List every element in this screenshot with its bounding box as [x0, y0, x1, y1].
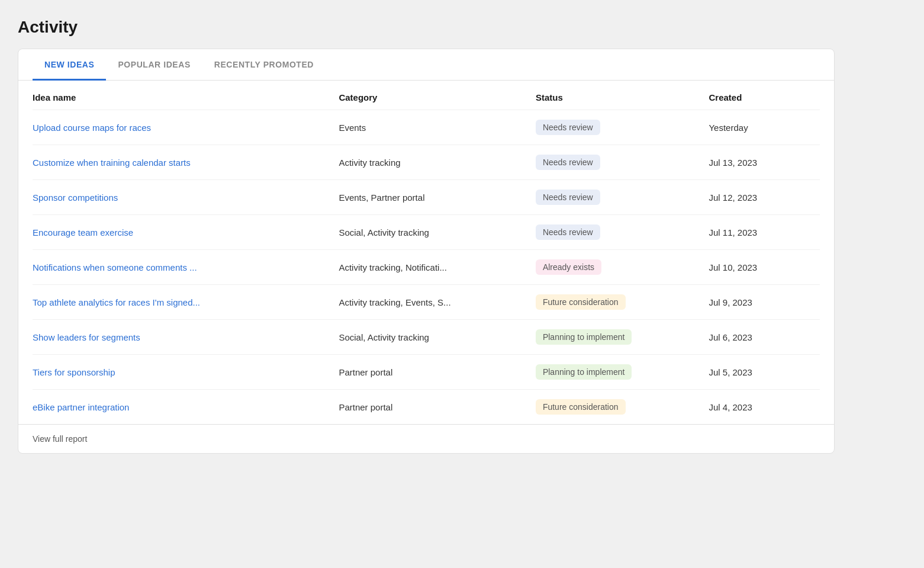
created-cell: Jul 4, 2023 — [701, 390, 820, 425]
created-cell: Jul 10, 2023 — [701, 250, 820, 285]
idea-link[interactable]: Top athlete analytics for races I'm sign… — [33, 297, 200, 307]
status-badge: Planning to implement — [536, 329, 632, 345]
table-row: Sponsor competitionsEvents, Partner port… — [33, 180, 820, 215]
tab-recently-promoted[interactable]: RECENTLY PROMOTED — [202, 49, 326, 81]
created-cell: Yesterday — [701, 110, 820, 145]
created-cell: Jul 6, 2023 — [701, 320, 820, 355]
idea-link[interactable]: Sponsor competitions — [33, 192, 118, 203]
tab-bar: NEW IDEAS POPULAR IDEAS RECENTLY PROMOTE… — [18, 49, 834, 81]
table-row: Top athlete analytics for races I'm sign… — [33, 285, 820, 320]
view-full-report-link[interactable]: View full report — [18, 424, 834, 453]
category-cell: Activity tracking — [331, 145, 529, 180]
status-badge: Planning to implement — [536, 364, 632, 380]
category-cell: Social, Activity tracking — [331, 215, 529, 250]
status-cell: Already exists — [529, 250, 702, 285]
status-badge: Needs review — [536, 190, 600, 205]
col-header-category: Category — [331, 81, 529, 110]
category-cell: Social, Activity tracking — [331, 320, 529, 355]
idea-link[interactable]: Encourage team exercise — [33, 227, 133, 238]
tab-popular-ideas[interactable]: POPULAR IDEAS — [106, 49, 202, 81]
status-cell: Needs review — [529, 110, 702, 145]
category-cell: Partner portal — [331, 390, 529, 425]
status-badge: Future consideration — [536, 294, 626, 310]
status-badge: Needs review — [536, 155, 600, 170]
tab-new-ideas[interactable]: NEW IDEAS — [33, 49, 106, 81]
status-cell: Future consideration — [529, 285, 702, 320]
idea-link[interactable]: Upload course maps for races — [33, 123, 151, 133]
category-cell: Activity tracking, Notificati... — [331, 250, 529, 285]
page-title: Activity — [18, 18, 906, 37]
col-header-status: Status — [529, 81, 702, 110]
status-cell: Planning to implement — [529, 355, 702, 390]
created-cell: Jul 5, 2023 — [701, 355, 820, 390]
created-cell: Jul 13, 2023 — [701, 145, 820, 180]
table-row: eBike partner integrationPartner portalF… — [33, 390, 820, 425]
idea-link[interactable]: eBike partner integration — [33, 402, 129, 412]
status-cell: Needs review — [529, 180, 702, 215]
idea-link[interactable]: Tiers for sponsorship — [33, 367, 115, 377]
col-header-idea-name: Idea name — [33, 81, 331, 110]
status-badge: Future consideration — [536, 399, 626, 415]
activity-card: NEW IDEAS POPULAR IDEAS RECENTLY PROMOTE… — [18, 49, 835, 454]
status-cell: Planning to implement — [529, 320, 702, 355]
table-row: Show leaders for segmentsSocial, Activit… — [33, 320, 820, 355]
status-badge: Already exists — [536, 259, 601, 275]
status-cell: Future consideration — [529, 390, 702, 425]
table-row: Upload course maps for racesEventsNeeds … — [33, 110, 820, 145]
table-row: Encourage team exerciseSocial, Activity … — [33, 215, 820, 250]
table-row: Customize when training calendar startsA… — [33, 145, 820, 180]
created-cell: Jul 9, 2023 — [701, 285, 820, 320]
idea-link[interactable]: Notifications when someone comments ... — [33, 262, 197, 272]
ideas-table: Idea name Category Status Created Upload… — [33, 81, 820, 424]
created-cell: Jul 12, 2023 — [701, 180, 820, 215]
status-badge: Needs review — [536, 120, 600, 135]
table-row: Notifications when someone comments ...A… — [33, 250, 820, 285]
status-badge: Needs review — [536, 224, 600, 240]
category-cell: Events, Partner portal — [331, 180, 529, 215]
status-cell: Needs review — [529, 215, 702, 250]
category-cell: Partner portal — [331, 355, 529, 390]
status-cell: Needs review — [529, 145, 702, 180]
created-cell: Jul 11, 2023 — [701, 215, 820, 250]
table-wrapper: Idea name Category Status Created Upload… — [18, 81, 834, 424]
category-cell: Events — [331, 110, 529, 145]
idea-link[interactable]: Customize when training calendar starts — [33, 158, 191, 168]
col-header-created: Created — [701, 81, 820, 110]
idea-link[interactable]: Show leaders for segments — [33, 332, 140, 342]
category-cell: Activity tracking, Events, S... — [331, 285, 529, 320]
table-row: Tiers for sponsorshipPartner portalPlann… — [33, 355, 820, 390]
